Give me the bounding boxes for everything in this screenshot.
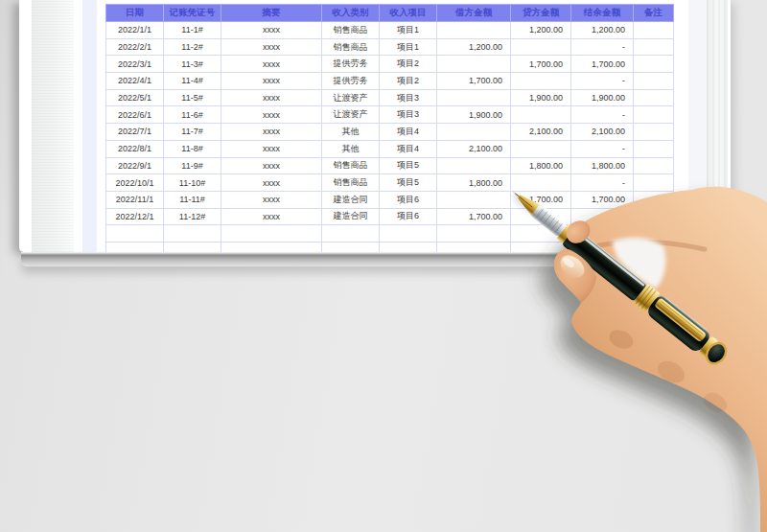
hand-with-pen-photo xyxy=(0,0,767,532)
screenshot-root: 日期记账凭证号摘要收入类别收入项目借方金额贷方金额结余金额备注 2022/1/1… xyxy=(0,0,767,532)
